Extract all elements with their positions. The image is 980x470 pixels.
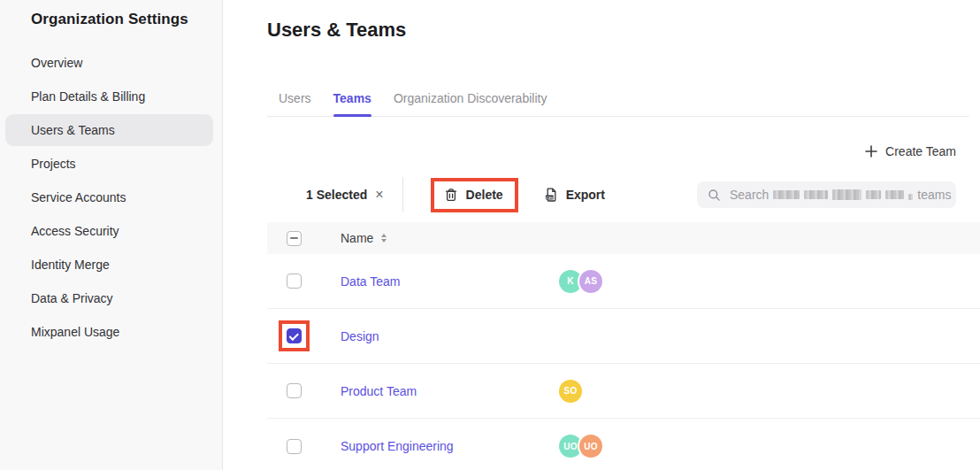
sidebar-item-users-teams[interactable]: Users & Teams [5,114,213,146]
table-row: Design [267,309,980,364]
sidebar-item-overview[interactable]: Overview [5,47,213,79]
app-window: Organization Settings Overview Plan Deta… [0,0,980,470]
search-placeholder: Search teams [730,188,951,202]
select-all-checkbox[interactable] [287,231,302,246]
tab-organization-discoverability[interactable]: Organization Discoverability [394,80,547,116]
redacted-text [885,190,904,199]
table-row: Support Engineering UOUO [267,419,980,470]
main-content: Users & Teams Users Teams Organization D… [224,0,980,470]
export-label: Export [566,188,605,202]
selection-summary: 1 Selected × [306,188,384,202]
redacted-text [773,190,800,199]
redacted-text [866,190,881,199]
sidebar-item-service-accounts[interactable]: Service Accounts [5,181,213,213]
sidebar-item-projects[interactable]: Projects [5,148,213,180]
svg-text:CSV: CSV [546,196,554,200]
teams-table: Name Data Team KAS Design Product Team S… [267,222,980,470]
delete-button[interactable]: Delete [434,181,515,209]
row-checkbox[interactable] [287,439,302,454]
plus-icon [865,145,877,158]
sidebar-title: Organization Settings [0,0,222,28]
row-checkbox[interactable] [287,383,302,398]
tab-bar: Users Teams Organization Discoverability [267,80,969,117]
toolbar-divider [402,177,403,212]
search-input[interactable]: Search teams [697,181,956,208]
tab-users[interactable]: Users [279,80,311,116]
trash-icon [444,188,458,202]
row-checkbox[interactable] [287,274,302,289]
table-row: Data Team KAS [267,254,980,309]
team-name-link[interactable]: Support Engineering [341,439,559,453]
team-name-link[interactable]: Product Team [341,384,559,398]
selected-count: 1 Selected [306,188,367,202]
page-title: Users & Teams [267,19,406,42]
create-team-button[interactable]: Create Team [865,144,956,158]
sort-icon[interactable] [381,234,387,243]
avatar-group: KAS [559,270,602,293]
sidebar-item-plan-details-billing[interactable]: Plan Details & Billing [5,81,213,112]
sidebar-item-data-privacy[interactable]: Data & Privacy [5,282,213,314]
clear-selection-button[interactable]: × [375,188,383,202]
redacted-text [804,190,828,199]
search-icon [708,189,721,202]
redacted-text [908,194,913,200]
avatar: SO [559,380,582,403]
table-header: Name [267,222,980,254]
row-checkbox[interactable] [287,328,302,343]
sidebar-nav: Overview Plan Details & Billing Users & … [0,47,222,348]
export-button[interactable]: CSV Export [544,188,605,202]
sidebar-item-access-security[interactable]: Access Security [5,215,213,247]
sidebar-item-identity-merge[interactable]: Identity Merge [5,249,213,281]
table-row: Product Team SO [267,364,980,419]
team-name-link[interactable]: Data Team [341,274,559,289]
bulk-action-toolbar: 1 Selected × Delete [267,177,956,212]
team-name-link[interactable]: Design [341,329,559,343]
sidebar: Organization Settings Overview Plan Deta… [0,0,223,470]
tab-teams[interactable]: Teams [333,80,371,116]
column-header-name: Name [341,231,373,245]
annotation-box-delete: Delete [431,178,518,212]
avatar-group: SO [559,380,582,403]
avatar-group: UOUO [559,435,602,458]
avatar: UO [579,435,602,458]
delete-label: Delete [466,188,503,202]
csv-file-icon: CSV [544,188,558,202]
sidebar-item-mixpanel-usage[interactable]: Mixpanel Usage [5,316,213,348]
create-team-label: Create Team [885,144,956,158]
avatar: AS [579,270,602,293]
redacted-text [832,189,861,200]
